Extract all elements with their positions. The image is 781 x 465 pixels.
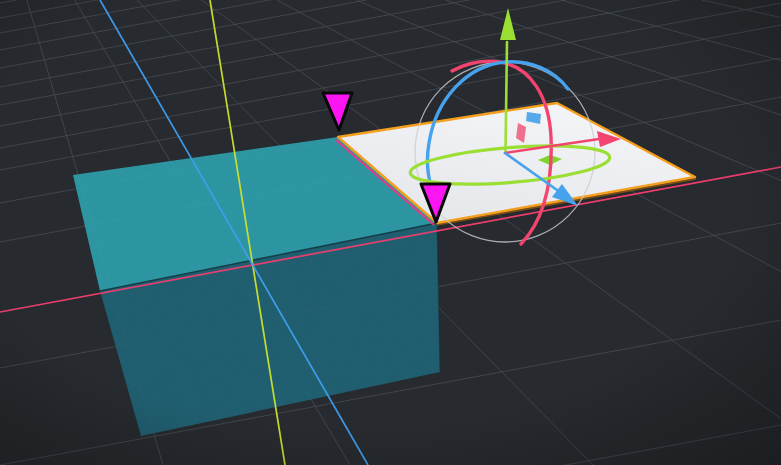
viewport-3d[interactable]: [0, 0, 781, 465]
viewport-canvas[interactable]: [0, 0, 781, 465]
vignette-overlay: [0, 0, 781, 465]
